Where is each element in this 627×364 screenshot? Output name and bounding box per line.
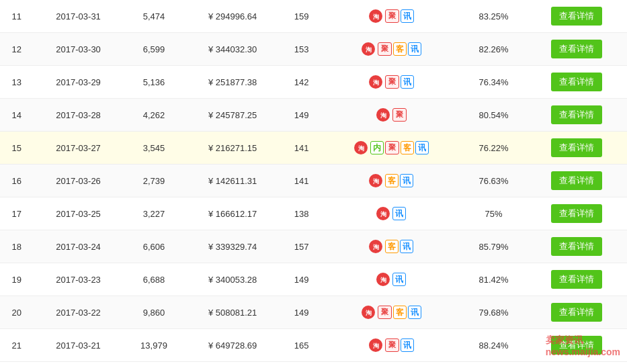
svg-text:淘: 淘 [380, 211, 386, 218]
tag-ju: 聚 [385, 141, 399, 154]
row-buyers: 165 [281, 329, 322, 362]
tag-ke: 客 [393, 42, 407, 56]
row-action[interactable]: 查看详情 [526, 296, 627, 329]
row-action[interactable]: 查看详情 [526, 33, 627, 66]
tag-container: 淘 讯 [327, 273, 455, 287]
row-id: 13 [0, 66, 34, 99]
row-id: 12 [0, 33, 34, 66]
row-tags: 淘 聚讯 [322, 329, 460, 362]
tag-container: 淘 客讯 [327, 174, 455, 188]
row-action[interactable]: 查看详情 [526, 197, 627, 230]
watermark-url: news.maijia.com [546, 347, 620, 357]
row-tags: 淘 内聚客讯 [322, 132, 460, 165]
row-date: 2017-03-29 [34, 66, 124, 99]
detail-button[interactable]: 查看详情 [551, 204, 602, 223]
tag-xun: 讯 [392, 273, 406, 287]
row-amount: ¥ 142611.31 [184, 165, 281, 197]
table-row: 16 2017-03-26 2,739 ¥ 142611.31 141 淘 客讯… [0, 165, 627, 197]
tag-ke: 客 [401, 141, 414, 155]
row-action[interactable]: 查看详情 [526, 263, 627, 296]
row-id: 11 [0, 0, 34, 33]
row-action[interactable]: 查看详情 [526, 66, 627, 99]
tag-container: 淘 聚 [327, 108, 455, 122]
row-tags: 淘 聚客讯 [322, 33, 460, 66]
row-action[interactable]: 查看详情 [526, 165, 627, 197]
detail-button[interactable]: 查看详情 [551, 40, 602, 58]
svg-text:淘: 淘 [372, 13, 378, 20]
detail-button[interactable]: 查看详情 [551, 303, 602, 322]
table-row: 21 2017-03-21 13,979 ¥ 649728.69 165 淘 聚… [0, 329, 627, 362]
row-date: 2017-03-27 [34, 132, 124, 165]
row-tags: 淘 聚讯 [322, 0, 460, 33]
row-rate: 81.42% [461, 263, 527, 296]
detail-button[interactable]: 查看详情 [551, 171, 602, 190]
svg-text:淘: 淘 [365, 46, 371, 53]
row-amount: ¥ 508081.21 [184, 296, 281, 329]
row-date: 2017-03-22 [34, 296, 124, 329]
row-rate: 83.25% [461, 0, 527, 33]
watermark: 卖家资讯 news.maijia.com [546, 334, 620, 357]
detail-button[interactable]: 查看详情 [551, 138, 602, 157]
row-amount: ¥ 166612.17 [184, 197, 281, 230]
row-tags: 淘 客讯 [322, 165, 460, 197]
tag-ju: 聚 [392, 108, 407, 121]
detail-button[interactable]: 查看详情 [551, 237, 602, 256]
tag-ju: 聚 [378, 306, 392, 318]
detail-button[interactable]: 查看详情 [551, 7, 602, 26]
row-rate: 76.22% [461, 132, 527, 165]
row-buyers: 142 [281, 66, 322, 99]
row-visitors: 13,979 [124, 329, 185, 362]
source-icon: 淘 [376, 108, 390, 122]
svg-text:淘: 淘 [372, 79, 378, 86]
tag-ke: 客 [385, 174, 399, 188]
tag-ju: 聚 [385, 338, 399, 351]
row-visitors: 6,606 [124, 230, 185, 263]
row-tags: 淘 讯 [322, 263, 460, 296]
row-rate: 76.63% [461, 165, 527, 197]
detail-button[interactable]: 查看详情 [551, 105, 602, 124]
row-buyers: 149 [281, 263, 322, 296]
row-buyers: 153 [281, 33, 322, 66]
tag-ju: 聚 [385, 75, 399, 88]
row-tags: 淘 讯 [322, 197, 460, 230]
source-icon: 淘 [354, 141, 368, 154]
table-row: 12 2017-03-30 6,599 ¥ 344032.30 153 淘 聚客… [0, 33, 627, 66]
row-visitors: 3,227 [124, 197, 185, 230]
row-date: 2017-03-25 [34, 197, 124, 230]
tag-xun: 讯 [392, 207, 406, 221]
row-date: 2017-03-26 [34, 165, 124, 197]
row-amount: ¥ 649728.69 [184, 329, 281, 362]
tag-xun: 讯 [408, 42, 421, 56]
tag-container: 淘 聚客讯 [327, 306, 455, 320]
svg-text:淘: 淘 [380, 277, 386, 283]
row-buyers: 138 [281, 197, 322, 230]
row-buyers: 149 [281, 99, 322, 132]
row-action[interactable]: 查看详情 [526, 99, 627, 132]
table-row: 19 2017-03-23 6,688 ¥ 340053.28 149 淘 讯 … [0, 263, 627, 296]
row-rate: 75% [461, 197, 527, 230]
row-tags: 淘 聚客讯 [322, 296, 460, 329]
row-action[interactable]: 查看详情 [526, 132, 627, 165]
source-icon: 淘 [369, 9, 382, 23]
row-amount: ¥ 245787.25 [184, 99, 281, 132]
detail-button[interactable]: 查看详情 [551, 270, 602, 289]
row-rate: 76.34% [461, 66, 527, 99]
row-visitors: 3,545 [124, 132, 185, 165]
row-visitors: 6,688 [124, 263, 185, 296]
row-action[interactable]: 查看详情 [526, 0, 627, 33]
tag-ke: 客 [393, 306, 407, 320]
tag-xun: 讯 [401, 9, 414, 24]
row-date: 2017-03-24 [34, 230, 124, 263]
row-action[interactable]: 查看详情 [526, 230, 627, 263]
row-id: 16 [0, 165, 34, 197]
row-visitors: 2,739 [124, 165, 185, 197]
tag-nei: 内 [370, 141, 384, 155]
row-date: 2017-03-21 [34, 329, 124, 362]
row-buyers: 141 [281, 132, 322, 165]
row-date: 2017-03-31 [34, 0, 124, 33]
svg-text:淘: 淘 [373, 178, 379, 185]
tag-container: 淘 客讯 [327, 240, 455, 254]
source-icon: 淘 [369, 338, 382, 352]
detail-button[interactable]: 查看详情 [551, 73, 602, 91]
source-icon: 淘 [369, 75, 382, 89]
